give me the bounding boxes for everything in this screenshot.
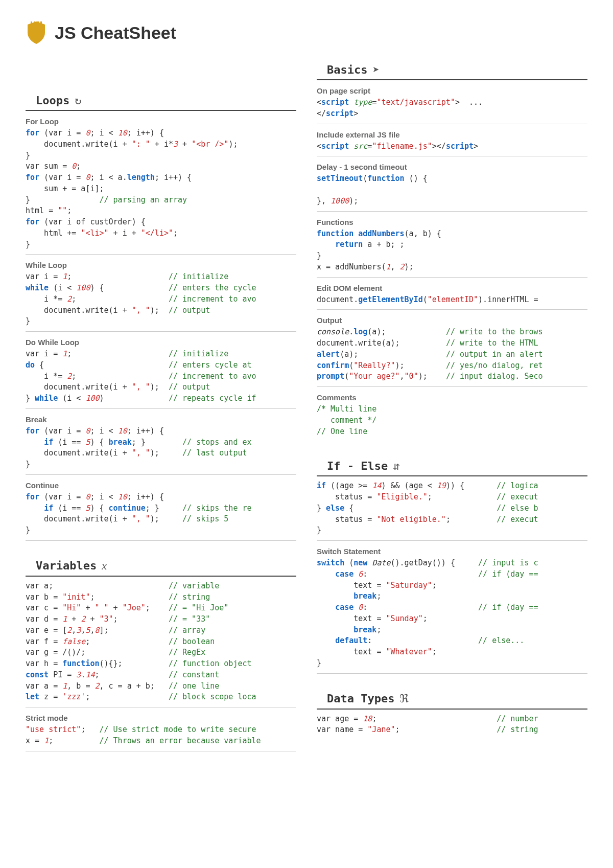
code-snippet: if ((age >= 14) && (age < 19)) { // logi…	[317, 481, 587, 536]
block-label: Delay - 1 second timeout	[317, 161, 587, 173]
block-strict-mode: Strict mode "use strict"; // Use strict …	[26, 707, 296, 751]
code-snippet: <script src="filename.js"></script>	[317, 141, 587, 152]
block-label: Functions	[317, 216, 587, 229]
code-snippet: /* Multi line comment */ // One line	[317, 404, 587, 437]
section-ifelse-title: If - Else ⇵	[317, 456, 587, 476]
block-label: Include external JS file	[317, 128, 587, 141]
variable-icon: x	[102, 559, 107, 573]
code-snippet: switch (new Date().getDay()) { // input …	[317, 558, 587, 669]
block-label: While Loop	[26, 259, 296, 271]
block-label: Break	[26, 413, 296, 426]
branch-icon: ⇵	[393, 460, 399, 472]
block-label: Continue	[26, 479, 296, 492]
block-ifelse: if ((age >= 14) && (age < 19)) { // logi…	[317, 476, 587, 541]
code-snippet: document.getElementById("elementID").inn…	[317, 294, 587, 306]
code-snippet: "use strict"; // Use strict mode to writ…	[26, 724, 296, 747]
code-snippet: for (var i = 0; i < 10; i++) { if (i == …	[26, 492, 296, 536]
code-snippet: var i = 1; // initialize do { // enters …	[26, 349, 296, 404]
section-title-text: Basics	[327, 63, 367, 76]
section-datatypes-title: Data Types ℜ	[317, 689, 587, 710]
section-title-text: Variables	[36, 559, 97, 572]
code-snippet: setTimeout(function () { }, 1000);	[317, 173, 587, 207]
section-title-text: Loops	[36, 94, 69, 107]
block-edit-dom: Edit DOM element document.getElementById…	[317, 278, 587, 310]
svg-rect-0	[31, 21, 32, 25]
block-comments: Comments /* Multi line comment */ // One…	[317, 387, 587, 441]
right-column: Basics ➤ On page script <script type="te…	[317, 60, 587, 751]
block-label: Do While Loop	[26, 336, 296, 349]
block-delay: Delay - 1 second timeout setTimeout(func…	[317, 156, 587, 211]
block-continue: Continue for (var i = 0; i < 10; i++) { …	[26, 475, 296, 541]
code-snippet: console.log(a); // write to the brows do…	[317, 327, 587, 382]
section-title-text: If - Else	[327, 460, 388, 472]
block-datatypes: var age = 18; // number var name = "Jane…	[317, 710, 587, 740]
block-label: For Loop	[26, 115, 296, 128]
code-snippet: var i = 1; // initialize while (i < 100)…	[26, 271, 296, 327]
block-variables: var a; // variable var b = "init"; // st…	[26, 577, 296, 707]
block-break: Break for (var i = 0; i < 10; i++) { if …	[26, 409, 296, 475]
code-snippet: var a; // variable var b = "init"; // st…	[26, 581, 296, 703]
block-label: Switch Statement	[317, 545, 587, 558]
code-snippet: function addNumbers(a, b) { return a + b…	[317, 229, 587, 273]
block-external-js: Include external JS file <script src="fi…	[317, 124, 587, 157]
page-header: JS CheatSheet	[26, 20, 587, 45]
code-snippet: for (var i = 0; i < 10; i++) { document.…	[26, 128, 296, 250]
block-label: Comments	[317, 391, 587, 404]
svg-rect-2	[37, 21, 39, 25]
section-basics-title: Basics ➤	[317, 60, 587, 80]
code-snippet: var age = 18; // number var name = "Jane…	[317, 714, 587, 736]
block-switch: Switch Statement switch (new Date().getD…	[317, 541, 587, 674]
block-label: Edit DOM element	[317, 282, 587, 294]
section-title-text: Data Types	[327, 692, 394, 705]
block-do-while-loop: Do While Loop var i = 1; // initialize d…	[26, 332, 296, 409]
block-label: Strict mode	[26, 712, 296, 724]
code-snippet: <script type="text/javascript"> ... </sc…	[317, 97, 587, 120]
block-label: Output	[317, 314, 587, 327]
page-title: JS CheatSheet	[55, 23, 176, 43]
block-functions: Functions function addNumbers(a, b) { re…	[317, 212, 587, 278]
section-variables-title: Variables x	[26, 556, 296, 577]
block-while-loop: While Loop var i = 1; // initialize whil…	[26, 255, 296, 332]
loop-icon: ↻	[75, 94, 81, 107]
svg-rect-1	[34, 21, 35, 25]
left-column: Loops ↻ For Loop for (var i = 0; i < 10;…	[26, 60, 296, 751]
section-loops-title: Loops ↻	[26, 91, 296, 111]
code-snippet: for (var i = 0; i < 10; i++) { if (i == …	[26, 426, 296, 470]
real-icon: ℜ	[399, 692, 409, 705]
block-output: Output console.log(a); // write to the b…	[317, 310, 587, 387]
svg-rect-3	[40, 21, 42, 25]
play-icon: ➤	[372, 63, 379, 76]
block-onpage-script: On page script <script type="text/javasc…	[317, 80, 587, 124]
shield-icon	[26, 20, 47, 45]
block-label: On page script	[317, 84, 587, 97]
block-for-loop: For Loop for (var i = 0; i < 10; i++) { …	[26, 111, 296, 255]
